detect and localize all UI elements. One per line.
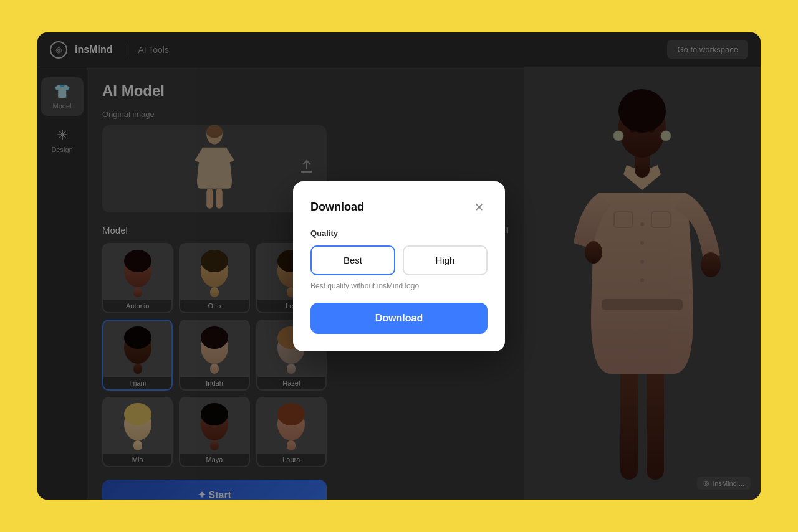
app-window: ◎ insMind AI Tools Go to workspace 👕 Mod… bbox=[37, 32, 761, 500]
modal-overlay[interactable]: Download ✕ Quality Best High Best qualit… bbox=[37, 32, 761, 500]
modal-close-button[interactable]: ✕ bbox=[470, 199, 488, 216]
quality-options: Best High bbox=[310, 245, 488, 275]
modal-title: Download bbox=[310, 201, 364, 214]
quality-best-button[interactable]: Best bbox=[310, 245, 395, 275]
quality-high-button[interactable]: High bbox=[403, 245, 488, 275]
modal-header: Download ✕ bbox=[310, 199, 488, 216]
download-modal: Download ✕ Quality Best High Best qualit… bbox=[293, 181, 505, 351]
quality-hint: Best quality without insMind logo bbox=[310, 282, 488, 290]
quality-label: Quality bbox=[310, 229, 488, 238]
download-button[interactable]: Download bbox=[310, 303, 488, 334]
